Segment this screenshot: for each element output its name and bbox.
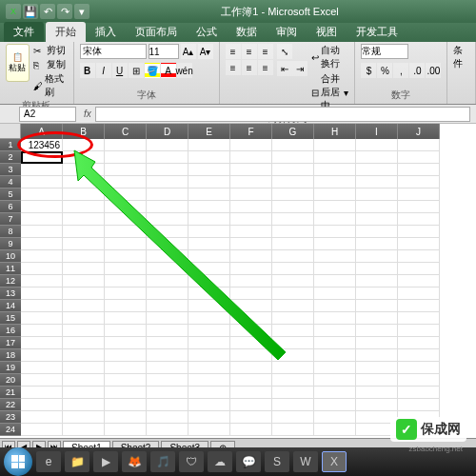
cell[interactable]	[105, 176, 147, 188]
tab-insert[interactable]: 插入	[86, 22, 126, 42]
cell[interactable]	[147, 263, 188, 275]
taskbar-media-icon[interactable]: ▶	[93, 451, 118, 472]
cell[interactable]	[272, 325, 314, 337]
save-icon[interactable]: 💾	[23, 4, 38, 19]
cell[interactable]	[147, 399, 188, 411]
row-header[interactable]: 5	[0, 188, 21, 201]
cell[interactable]	[63, 312, 105, 325]
cell[interactable]	[356, 288, 398, 300]
currency-icon[interactable]: $	[361, 63, 376, 78]
increase-decimal-icon[interactable]: .0	[409, 63, 425, 78]
cell[interactable]	[147, 325, 188, 337]
cell[interactable]	[147, 424, 188, 436]
col-header[interactable]: H	[314, 124, 356, 139]
taskbar-app-icon[interactable]: 🦊	[122, 451, 147, 472]
row-header[interactable]: 24	[0, 424, 21, 436]
undo-icon[interactable]: ↶	[40, 4, 55, 19]
align-bottom-icon[interactable]: ≡	[258, 44, 273, 59]
select-all-cells[interactable]	[0, 124, 21, 139]
align-top-icon[interactable]: ≡	[226, 44, 241, 59]
cell[interactable]	[63, 399, 105, 411]
cell[interactable]	[188, 238, 230, 250]
cell[interactable]	[105, 337, 147, 349]
cell[interactable]	[398, 362, 440, 374]
tab-formulas[interactable]: 公式	[187, 22, 227, 42]
cell[interactable]	[105, 349, 147, 362]
cell[interactable]	[188, 399, 230, 411]
cell[interactable]	[21, 424, 63, 436]
cell[interactable]	[356, 399, 398, 411]
cell[interactable]	[188, 188, 230, 201]
cell[interactable]	[21, 325, 63, 337]
cell[interactable]	[272, 374, 314, 387]
cell[interactable]	[188, 312, 230, 325]
cell[interactable]	[230, 164, 272, 176]
cell[interactable]	[398, 312, 440, 325]
row-header[interactable]: 10	[0, 250, 21, 263]
cell[interactable]	[230, 139, 272, 151]
cell[interactable]	[21, 349, 63, 362]
cell[interactable]	[272, 176, 314, 188]
cell[interactable]	[21, 238, 63, 250]
cell[interactable]	[63, 250, 105, 263]
cells-area[interactable]: 123456	[21, 139, 440, 436]
cell[interactable]	[272, 164, 314, 176]
increase-font-icon[interactable]: A▴	[181, 44, 196, 59]
cell[interactable]	[314, 374, 356, 387]
wrap-text-button[interactable]: ↩自动换行	[311, 44, 349, 70]
cell[interactable]	[63, 300, 105, 312]
cell[interactable]	[147, 374, 188, 387]
row-header[interactable]: 11	[0, 263, 21, 275]
cell[interactable]	[188, 275, 230, 288]
cell[interactable]	[230, 300, 272, 312]
cell[interactable]	[398, 325, 440, 337]
cell[interactable]	[356, 139, 398, 151]
cell[interactable]	[272, 250, 314, 263]
cell[interactable]	[105, 374, 147, 387]
cell[interactable]	[230, 226, 272, 238]
row-header[interactable]: 16	[0, 325, 21, 337]
cell[interactable]	[147, 387, 188, 399]
cell[interactable]	[63, 238, 105, 250]
redo-icon[interactable]: ↷	[57, 4, 72, 19]
cell[interactable]	[314, 213, 356, 226]
cell[interactable]	[21, 250, 63, 263]
percent-icon[interactable]: %	[377, 63, 392, 78]
taskbar-ie-icon[interactable]: e	[36, 451, 61, 472]
cell[interactable]	[188, 250, 230, 263]
cell[interactable]	[188, 226, 230, 238]
cell[interactable]	[356, 312, 398, 325]
col-header[interactable]: D	[147, 124, 188, 139]
decrease-font-icon[interactable]: A▾	[198, 44, 213, 59]
cell[interactable]	[105, 300, 147, 312]
cell[interactable]	[105, 238, 147, 250]
cell[interactable]	[188, 300, 230, 312]
cell[interactable]	[272, 387, 314, 399]
cell[interactable]: 123456	[21, 139, 63, 151]
cell[interactable]	[314, 188, 356, 201]
decrease-decimal-icon[interactable]: .00	[426, 63, 441, 78]
row-header[interactable]: 22	[0, 399, 21, 411]
cell[interactable]	[63, 374, 105, 387]
cell[interactable]	[272, 399, 314, 411]
cell[interactable]	[188, 263, 230, 275]
cell[interactable]	[398, 387, 440, 399]
cell[interactable]	[105, 250, 147, 263]
cell[interactable]	[356, 164, 398, 176]
taskbar-security-icon[interactable]: 🛡	[179, 451, 204, 472]
cell[interactable]	[105, 201, 147, 213]
orientation-button[interactable]: ⤡	[277, 44, 292, 59]
cell[interactable]	[398, 275, 440, 288]
cell[interactable]	[230, 312, 272, 325]
tab-file[interactable]: 文件	[4, 22, 44, 42]
cell[interactable]	[21, 399, 63, 411]
cell[interactable]	[314, 250, 356, 263]
cell[interactable]	[147, 250, 188, 263]
conditional-format-button[interactable]: 条件	[453, 44, 469, 102]
format-painter-button[interactable]: 🖌格式刷	[33, 72, 68, 99]
cell[interactable]	[314, 411, 356, 424]
cell[interactable]	[188, 139, 230, 151]
cell[interactable]	[272, 201, 314, 213]
cell[interactable]	[398, 164, 440, 176]
cell[interactable]	[314, 288, 356, 300]
